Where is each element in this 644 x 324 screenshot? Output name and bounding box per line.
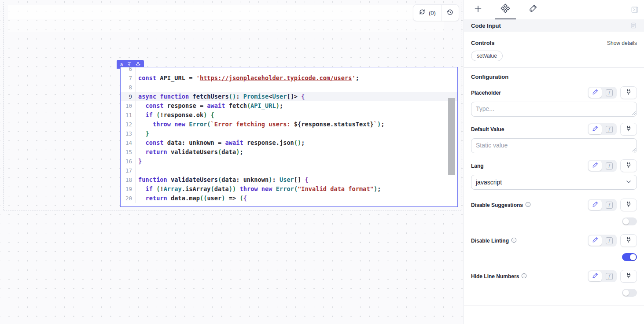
function-mode-button[interactable]: f (603, 200, 616, 210)
field-label: Lang (471, 163, 484, 169)
resize-handle[interactable] (632, 111, 636, 115)
pencil-icon (592, 201, 599, 209)
code-line[interactable]: 9async function fetchUsers(): Promise<Us… (121, 92, 457, 101)
line-number: 6 (121, 67, 136, 74)
info-icon[interactable] (525, 201, 531, 209)
line-number: 16 (121, 157, 136, 166)
pencil-icon (592, 272, 599, 280)
code-line[interactable]: 14 const data: unknown = await response.… (121, 138, 457, 147)
rerun-queries-button[interactable]: (0) (413, 5, 441, 21)
field-disable-suggestions: Disable Suggestionsf (471, 199, 637, 225)
bind-data-button[interactable] (620, 234, 637, 247)
code-line[interactable]: 17 (121, 166, 457, 175)
toggle-knob (623, 290, 629, 296)
code-line[interactable]: 16} (121, 157, 457, 166)
function-mode-button[interactable]: f (603, 236, 616, 246)
document-icon[interactable] (630, 22, 637, 29)
function-icon: f (606, 273, 613, 280)
default-value-input[interactable] (471, 138, 637, 153)
field-disable-linting: Disable Lintingf (471, 234, 637, 261)
function-icon: f (606, 162, 613, 169)
show-details-link[interactable]: Show details (607, 40, 637, 46)
function-mode-button[interactable]: f (603, 271, 616, 281)
function-icon: f (606, 202, 613, 209)
plug-icon (625, 125, 632, 134)
edit-mode-button[interactable] (589, 161, 602, 171)
selected-value: javascript (476, 179, 502, 186)
info-icon[interactable] (511, 237, 517, 245)
lang-select[interactable]: javascript (471, 175, 637, 190)
line-number: 20 (121, 194, 136, 203)
bind-data-button[interactable] (620, 86, 637, 99)
code-line[interactable]: 10 const response = await fetch(API_URL)… (121, 101, 457, 110)
brush-icon (528, 4, 537, 15)
code-line[interactable]: 8 (121, 83, 457, 92)
code-text (136, 166, 138, 175)
input-mode-segmented: f (588, 87, 617, 99)
edit-mode-button[interactable] (589, 124, 602, 134)
code-text: } (136, 157, 142, 166)
line-number: 13 (121, 129, 136, 138)
code-line[interactable]: 13 } (121, 129, 457, 138)
code-text: async function fetchUsers(): Promise<Use… (136, 92, 305, 101)
field-placeholder: Placeholderf (471, 86, 637, 117)
field-lang: Langfjavascript (471, 159, 637, 190)
code-editor-scrollbar[interactable] (448, 98, 455, 175)
line-number: 17 (121, 166, 136, 175)
edit-mode-button[interactable] (589, 236, 602, 246)
configuration-fields: PlaceholderfDefault ValuefLangfjavascrip… (471, 86, 637, 297)
tab-add-components[interactable] (467, 0, 489, 19)
resize-handle[interactable] (632, 147, 636, 151)
setvalue-action-chip[interactable]: setValue (471, 51, 503, 61)
code-line[interactable]: 19 if (!Array.isArray(data)) throw new E… (121, 184, 457, 194)
code-editor[interactable]: 67const API_URL = 'https://jsonplacehold… (121, 67, 457, 203)
line-number: 9 (121, 92, 136, 101)
disable-linting-toggle[interactable] (622, 253, 637, 261)
bind-data-button[interactable] (620, 123, 637, 136)
bind-data-button[interactable] (620, 159, 637, 172)
widget-section-header: Code Input (464, 19, 644, 32)
line-number: 12 (121, 120, 136, 129)
divider (464, 306, 644, 306)
code-line[interactable]: 7const API_URL = 'https://jsonplaceholde… (121, 74, 457, 83)
function-mode-button[interactable]: f (603, 88, 616, 98)
input-mode-segmented: f (588, 123, 617, 135)
field-default-value: Default Valuef (471, 123, 637, 153)
editor-canvas[interactable]: (0) a 67cons (0, 0, 464, 324)
code-line[interactable]: 20 return data.map((user) => ({ (121, 194, 457, 203)
bind-data-button[interactable] (620, 199, 637, 211)
edit-mode-button[interactable] (589, 88, 602, 98)
placeholder-input[interactable] (471, 102, 637, 117)
field-label: Default Value (471, 126, 504, 133)
code-line[interactable]: 12 throw new Error(`Error fetching users… (121, 120, 457, 129)
toggle-knob (623, 218, 629, 225)
history-icon (446, 8, 454, 18)
divider (464, 67, 644, 68)
hide-line-numbers-toggle[interactable] (622, 289, 637, 297)
edit-mode-button[interactable] (589, 271, 602, 281)
disable-suggestions-toggle[interactable] (622, 217, 637, 225)
pencil-icon (592, 88, 599, 97)
code-line[interactable]: 15 return validateUsers(data); (121, 147, 457, 157)
history-button[interactable] (441, 5, 459, 21)
tab-styles[interactable] (522, 0, 543, 19)
edit-mode-button[interactable] (589, 200, 602, 210)
collapse-panel-button[interactable] (631, 0, 639, 19)
tab-components[interactable] (495, 0, 516, 19)
function-mode-button[interactable]: f (603, 161, 616, 171)
code-line[interactable]: 18function validateUsers(data: unknown):… (121, 175, 457, 184)
code-text: function validateUsers(data: unknown): U… (136, 175, 309, 184)
field-label: Placeholder (471, 90, 501, 96)
code-text (136, 67, 138, 74)
line-number: 19 (121, 184, 136, 194)
code-line[interactable]: 6 (121, 67, 457, 74)
function-mode-button[interactable]: f (603, 124, 616, 134)
plug-icon (625, 272, 632, 281)
code-input-widget[interactable]: 67const API_URL = 'https://jsonplacehold… (120, 67, 458, 207)
code-text: return validateUsers(data); (136, 147, 243, 157)
bind-data-button[interactable] (620, 270, 637, 283)
plug-icon (625, 162, 632, 170)
code-line[interactable]: 11 if (!response.ok) { (121, 110, 457, 120)
controls-title: Controls (471, 40, 494, 46)
info-icon[interactable] (521, 272, 527, 280)
